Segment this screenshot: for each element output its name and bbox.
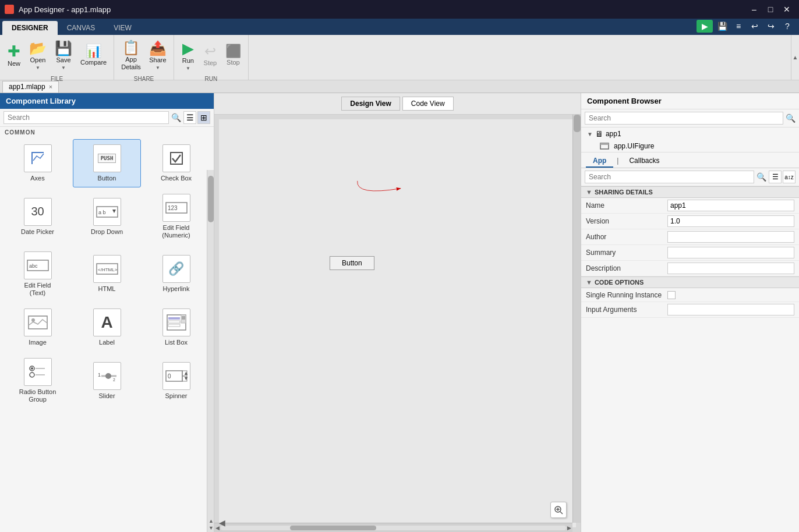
tab-view[interactable]: VIEW [104, 21, 141, 35]
uifigure-icon [600, 143, 609, 150]
svg-text:▼: ▼ [183, 375, 188, 381]
code-options-section[interactable]: ▼ CODE OPTIONS [581, 276, 799, 288]
sharing-details-section[interactable]: ▼ SHARING DETAILS [581, 186, 799, 198]
grid-view-button[interactable]: ⊞ [197, 111, 210, 124]
component-browser-search-input[interactable] [585, 112, 783, 125]
tab-callbacks[interactable]: Callbacks [622, 155, 666, 168]
prop-author-input[interactable] [667, 231, 794, 243]
prop-description-input[interactable] [667, 263, 794, 274]
hyperlink-label: Hyperlink [163, 285, 190, 293]
component-library-scroll[interactable]: Axes PUSH Button [0, 137, 214, 532]
prop-version-label: Version [586, 217, 667, 225]
share-button[interactable]: 📤 Share ▼ [146, 37, 170, 75]
open-icon: 📂 [29, 41, 47, 55]
tab-app[interactable]: App [586, 155, 613, 168]
library-item-listbox[interactable]: /> List Box [142, 303, 210, 352]
component-library-search-input[interactable] [3, 111, 169, 124]
toolbar-collapse-button[interactable]: ▲ [791, 35, 799, 80]
svg-rect-40 [600, 143, 609, 145]
svg-text:0: 0 [168, 373, 171, 380]
prop-single-running-checkbox[interactable] [667, 291, 676, 299]
canvas-vscrollbar[interactable] [572, 115, 581, 523]
library-scrollbar[interactable]: ▲ ▼ [207, 170, 214, 532]
save-button[interactable]: 💾 Save ▼ [51, 37, 76, 75]
code-view-button[interactable]: Code View [402, 97, 454, 111]
quick-redo-icon[interactable]: ↪ [764, 20, 778, 32]
scroll-up-arrow[interactable]: ▲ [208, 518, 214, 524]
component-library-header: Component Library [0, 93, 214, 109]
prop-name-input[interactable] [667, 200, 794, 211]
quick-help-icon[interactable]: ? [780, 20, 794, 32]
canvas-content[interactable]: Button ◀ [214, 115, 581, 532]
component-library-grid: Axes PUSH Button [0, 137, 214, 412]
list-sort-button[interactable]: ☰ [769, 171, 782, 183]
svg-text:</HTML>: </HTML> [98, 267, 118, 272]
tree-item-app1[interactable]: ▼ 🖥 app1 [581, 127, 799, 140]
prop-input-args: Input Arguments [581, 302, 799, 318]
file-tab-app1[interactable]: app1.mlapp × [2, 81, 59, 93]
prop-name-label: Name [586, 201, 667, 210]
quick-save-icon[interactable]: 💾 [715, 20, 729, 32]
axes-icon-box [24, 144, 52, 172]
hscroll-right-arrow[interactable]: ▶ [566, 525, 572, 531]
alpha-sort-button[interactable]: a↕z [783, 171, 796, 183]
tree-item-uifigure[interactable]: app.UIFigure [581, 140, 799, 152]
stop-button[interactable]: ⬛ Stop [222, 37, 245, 75]
step-button[interactable]: ↩ Step [200, 37, 221, 75]
minimize-button[interactable]: – [747, 3, 762, 15]
slider-icon-box: 1 2 [93, 362, 121, 390]
prop-author-label: Author [586, 233, 667, 241]
component-library-search-icon[interactable]: 🔍 [171, 113, 181, 122]
library-item-edit-text[interactable]: abc Edit Field(Text) [3, 246, 72, 302]
library-item-edit-numeric[interactable]: 123 Edit Field(Numeric) [142, 189, 210, 244]
svg-point-12 [31, 318, 35, 322]
new-button[interactable]: ✚ New [3, 37, 24, 75]
library-item-hyperlink[interactable]: 🔗 Hyperlink [142, 246, 210, 302]
canvas-zoom-button[interactable] [550, 502, 567, 518]
quick-undo-icon[interactable]: ↩ [748, 20, 762, 32]
canvas-button-element[interactable]: Button [330, 256, 374, 270]
canvas-hscrollbar[interactable]: ◀ ▶ [214, 523, 572, 532]
library-item-date-picker[interactable]: 30 Date Picker [3, 189, 72, 244]
file-tab-close[interactable]: × [49, 83, 52, 90]
compare-button[interactable]: 📊 Compare [77, 37, 110, 75]
tab-designer[interactable]: DESIGNER [2, 21, 58, 35]
library-item-dropdown[interactable]: a b Drop Down [73, 189, 141, 244]
prop-summary-input[interactable] [667, 247, 794, 258]
design-view-button[interactable]: Design View [341, 97, 400, 111]
tab-canvas[interactable]: CANVAS [58, 21, 104, 35]
svg-point-26 [105, 373, 111, 379]
component-browser-search-icon[interactable]: 🔍 [786, 114, 796, 123]
close-button[interactable]: ✕ [779, 3, 794, 15]
run-group-body: ▶ Run ▼ ↩ Step ⬛ Stop [178, 37, 245, 75]
scroll-down-arrow[interactable]: ▼ [208, 525, 214, 531]
compare-icon: 📊 [86, 45, 101, 58]
property-search-input[interactable] [585, 171, 754, 183]
quick-run-button[interactable]: ▶ [697, 20, 713, 33]
property-search-icon[interactable]: 🔍 [756, 172, 766, 182]
library-item-image[interactable]: Image [3, 303, 72, 352]
edit-numeric-label: Edit Field(Numeric) [162, 224, 190, 239]
prop-input-args-input[interactable] [667, 304, 794, 315]
svg-line-36 [560, 512, 563, 514]
run-button[interactable]: ▶ Run ▼ [178, 37, 199, 75]
library-item-button[interactable]: PUSH Button [73, 139, 141, 187]
library-item-slider[interactable]: 1 2 Slider [73, 353, 141, 409]
svg-text:123: 123 [168, 205, 178, 211]
library-item-spinner[interactable]: 0 ▲ ▼ Spinner [142, 353, 210, 409]
maximize-button[interactable]: □ [763, 3, 778, 15]
library-item-html[interactable]: </HTML> HTML [73, 246, 141, 302]
quick-layout-icon[interactable]: ≡ [731, 20, 745, 32]
library-item-axes[interactable]: Axes [3, 139, 72, 187]
run-label: Run [182, 57, 194, 65]
properties-scroll[interactable]: ▼ SHARING DETAILS Name Version Author [581, 186, 799, 532]
library-item-label[interactable]: A Label [73, 303, 141, 352]
library-item-checkbox[interactable]: Check Box [142, 139, 210, 187]
prop-version-input[interactable] [667, 215, 794, 227]
app-details-button[interactable]: 📋 AppDetails [118, 37, 144, 75]
library-item-radio-group[interactable]: Radio ButtonGroup [3, 353, 72, 409]
list-view-button[interactable]: ☰ [183, 111, 196, 124]
open-button[interactable]: 📂 Open ▼ [26, 37, 50, 75]
canvas-nav-left-arrow[interactable]: ◀ [219, 518, 225, 527]
canvas-hscrollbar-track [221, 526, 566, 530]
